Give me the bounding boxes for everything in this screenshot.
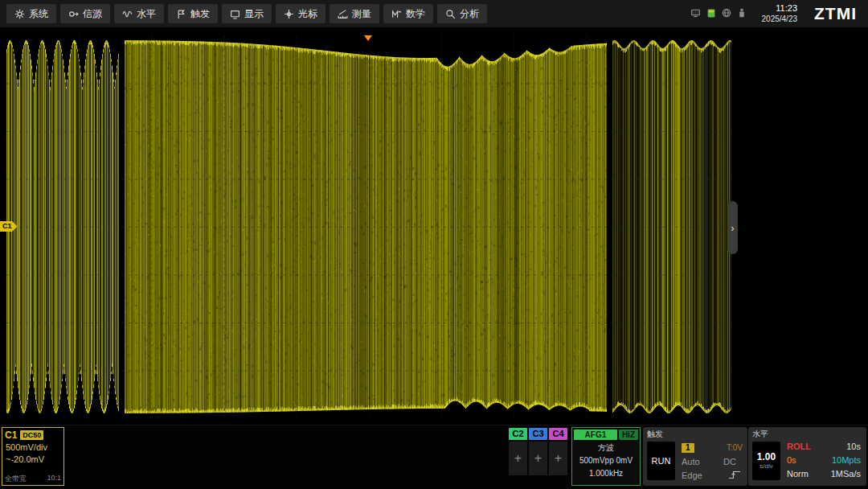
trigger-source-badge: 1 bbox=[682, 443, 694, 453]
display-icon bbox=[230, 9, 240, 19]
menu-analysis[interactable]: 分析 bbox=[437, 4, 487, 23]
afg-impedance-badge: HiZ bbox=[619, 429, 638, 440]
menu-label: 信源 bbox=[83, 7, 102, 21]
inactive-channels-group: C2 + C3 + C4 + bbox=[509, 428, 567, 475]
horizontal-info: ROLL 10s 0s 10Mpts Norm 1MSa/s bbox=[787, 441, 861, 479]
trigger-coupling: DC bbox=[723, 457, 736, 466]
acquisition-mode: ROLL bbox=[787, 441, 831, 452]
analysis-magnifier-icon bbox=[445, 9, 456, 19]
plus-icon: + bbox=[555, 451, 562, 466]
timebase-value: 1.00 bbox=[757, 452, 776, 462]
horizontal-wave-icon bbox=[122, 9, 133, 19]
sample-rate: 1MSa/s bbox=[831, 468, 861, 479]
menu-label: 系统 bbox=[29, 7, 48, 21]
menu-measure[interactable]: 测量 bbox=[330, 4, 379, 23]
channel4-tab[interactable]: C4 bbox=[549, 428, 567, 440]
trigger-row-3: Edge bbox=[682, 468, 743, 482]
menu-label: 数学 bbox=[406, 7, 425, 21]
afg-panel[interactable]: AFG1 HiZ 方波 500mVpp 0mV 1.000kHz bbox=[571, 427, 641, 486]
sd-card-icon bbox=[706, 6, 716, 21]
channel1-panel[interactable]: C1 DC50 500mV/div ~-20.0mV 全带宽 10:1 bbox=[2, 427, 64, 486]
channel2-tab[interactable]: C2 bbox=[509, 428, 527, 440]
menu-horizontal[interactable]: 水平 bbox=[114, 4, 164, 23]
menu-label: 显示 bbox=[244, 7, 264, 21]
plus-icon: + bbox=[514, 451, 522, 466]
trigger-panel-title: 触发 bbox=[647, 429, 743, 439]
source-icon bbox=[68, 9, 79, 19]
math-icon bbox=[391, 9, 402, 19]
afg-header: AFG1 HiZ bbox=[572, 428, 640, 442]
chevron-right-icon: › bbox=[731, 222, 734, 234]
channel4-mini: C4 + bbox=[549, 428, 567, 475]
trigger-row-1: 1 T:0V bbox=[682, 441, 743, 454]
rising-edge-icon bbox=[728, 468, 741, 483]
menu-cursor[interactable]: 光标 bbox=[276, 4, 326, 23]
screen-icon bbox=[690, 6, 701, 21]
brand-logo: ZTMI bbox=[814, 4, 857, 23]
timebase-scale-box[interactable]: 1.00 s/div bbox=[752, 442, 780, 480]
afg-amplitude: 500mVpp 0mV bbox=[572, 454, 640, 467]
channel1-probe-ratio: 10:1 bbox=[47, 474, 61, 484]
trigger-row-2: Auto DC bbox=[682, 454, 743, 468]
afg-wave-type: 方波 bbox=[572, 442, 640, 454]
menu-label: 分析 bbox=[460, 7, 479, 21]
channel4-enable-button[interactable]: + bbox=[549, 442, 567, 475]
menu-math[interactable]: 数学 bbox=[383, 4, 433, 23]
channel3-enable-button[interactable]: + bbox=[529, 442, 547, 475]
network-icon bbox=[722, 6, 731, 21]
channel2-enable-button[interactable]: + bbox=[509, 442, 527, 475]
timebase-unit: s/div bbox=[760, 462, 772, 471]
menu-source[interactable]: 信源 bbox=[60, 4, 110, 23]
plus-icon: + bbox=[534, 451, 542, 466]
measure-ruler-icon bbox=[338, 9, 348, 19]
channel1-offset: ~-20.0mV bbox=[2, 454, 63, 466]
sample-mode: Norm bbox=[787, 468, 831, 479]
menu-system[interactable]: 系统 bbox=[6, 4, 56, 23]
run-stop-button[interactable]: RUN bbox=[647, 442, 675, 480]
menu-label: 测量 bbox=[352, 7, 371, 21]
menu-display[interactable]: 显示 bbox=[222, 4, 272, 23]
trigger-info: 1 T:0V Auto DC Edge bbox=[682, 441, 743, 482]
time-range: 10s bbox=[831, 441, 861, 452]
trigger-position-marker[interactable] bbox=[364, 35, 372, 41]
status-icon-group bbox=[690, 6, 747, 21]
gear-icon bbox=[14, 9, 25, 19]
cursor-crosshair-icon bbox=[284, 9, 294, 19]
horizontal-position: 0s bbox=[787, 454, 831, 466]
channel1-bandwidth: 全带宽 bbox=[5, 474, 27, 484]
side-panel-toggle[interactable]: › bbox=[727, 201, 738, 254]
horizontal-panel[interactable]: 水平 1.00 s/div ROLL 10s 0s 10Mpts Norm 1M… bbox=[748, 427, 866, 486]
trigger-panel[interactable]: 触发 RUN 1 T:0V Auto DC Edge bbox=[643, 427, 747, 486]
channel1-scale: 500mV/div bbox=[2, 442, 63, 454]
time-text: 11:23 bbox=[762, 3, 798, 14]
date-text: 2025/4/23 bbox=[762, 14, 798, 25]
trigger-flag-icon bbox=[176, 9, 186, 19]
trigger-type: Edge bbox=[682, 471, 702, 480]
memory-depth: 10Mpts bbox=[831, 454, 861, 466]
channel3-mini: C3 + bbox=[529, 428, 547, 475]
trigger-sweep-mode: Auto bbox=[682, 457, 700, 466]
usb-icon bbox=[737, 6, 747, 21]
menu-label: 水平 bbox=[137, 7, 156, 21]
clock: 11:23 2025/4/23 bbox=[762, 3, 798, 24]
horizontal-panel-title: 水平 bbox=[752, 429, 862, 439]
bottom-status-bar: C1 DC50 500mV/div ~-20.0mV 全带宽 10:1 C2 +… bbox=[0, 425, 868, 489]
channel1-header: C1 DC50 bbox=[2, 428, 63, 442]
menu-trigger[interactable]: 触发 bbox=[168, 4, 218, 23]
channel1-label: C1 bbox=[5, 429, 17, 441]
channel3-tab[interactable]: C3 bbox=[529, 428, 547, 440]
waveform-canvas[interactable] bbox=[6, 35, 731, 418]
trigger-level: T:0V bbox=[727, 443, 743, 452]
afg-label-badge: AFG1 bbox=[574, 429, 617, 440]
menu-label: 光标 bbox=[298, 7, 317, 21]
afg-frequency: 1.000kHz bbox=[572, 467, 640, 480]
top-menu-bar: 系统 信源 水平 触发 显示 光标 测量 数学 分析 11: bbox=[0, 0, 868, 27]
channel1-coupling-badge: DC50 bbox=[20, 430, 43, 440]
channel1-footer: 全带宽 10:1 bbox=[2, 474, 63, 484]
channel2-mini: C2 + bbox=[509, 428, 527, 475]
scope-display-area: C1 › bbox=[0, 27, 868, 425]
menu-label: 触发 bbox=[190, 7, 210, 21]
